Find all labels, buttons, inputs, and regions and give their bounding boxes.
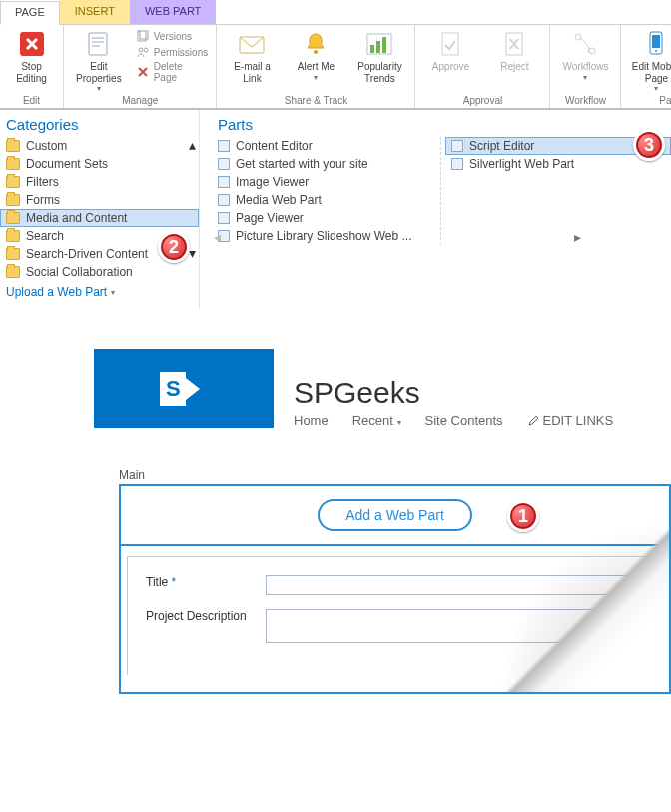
approve-icon	[435, 29, 465, 59]
tab-page[interactable]: PAGE	[0, 1, 60, 25]
pencil-icon	[527, 415, 539, 427]
folder-icon	[6, 140, 20, 152]
webpart-icon	[451, 158, 463, 170]
approve-button[interactable]: Approve	[423, 29, 477, 73]
parts-title: Parts	[212, 110, 671, 137]
part-label: Content Editor	[236, 139, 313, 153]
workflow-icon	[570, 29, 600, 59]
edit-properties-button[interactable]: Edit Properties ▾	[72, 29, 126, 93]
part-item[interactable]: Image Viewer	[212, 173, 436, 191]
email-link-button[interactable]: E-mail a Link	[225, 29, 279, 84]
tab-webpart[interactable]: WEB PART	[130, 0, 216, 24]
delete-page-button[interactable]: Delete Page	[136, 61, 209, 83]
webpart-icon	[218, 212, 230, 224]
delete-icon	[136, 65, 150, 79]
mail-icon	[237, 29, 267, 59]
versions-label: Versions	[154, 31, 192, 42]
workflows-button[interactable]: Workflows ▾	[558, 29, 612, 82]
workflows-label: Workflows	[563, 61, 609, 73]
badge-3: 3	[633, 129, 665, 161]
parts-prev-icon[interactable]: ◂	[212, 225, 223, 249]
group-label-approval: Approval	[423, 95, 541, 106]
permissions-button[interactable]: Permissions	[136, 45, 209, 59]
permissions-icon	[136, 45, 150, 59]
chevron-down-icon: ▾	[314, 73, 318, 82]
categories-column: Categories CustomDocument SetsFiltersFor…	[0, 110, 200, 309]
edit-mobile-page-button[interactable]: Edit Mobile Page ▾	[629, 29, 671, 93]
zone-label: Main	[119, 468, 671, 482]
category-label: Search-Driven Content	[26, 247, 148, 261]
ribbon-tabs: PAGE INSERT WEB PART	[0, 0, 671, 25]
part-item[interactable]: Picture Library Slideshow Web ...	[212, 227, 436, 245]
nav-recent[interactable]: Recent ▾	[352, 413, 401, 428]
svg-text:S: S	[166, 376, 181, 401]
category-label: Social Collaboration	[26, 265, 133, 279]
webpart-picker: Categories CustomDocument SetsFiltersFor…	[0, 110, 671, 309]
group-label-pageactions: Page Actions	[629, 95, 671, 106]
popularity-label: Popularity Trends	[352, 61, 406, 84]
part-item[interactable]: Page Viewer	[212, 209, 436, 227]
bell-icon	[301, 29, 331, 59]
scroll-up-icon[interactable]: ▴	[189, 137, 196, 153]
part-label: Script Editor	[469, 139, 534, 153]
versions-icon	[136, 29, 150, 43]
category-item[interactable]: Forms	[0, 191, 199, 209]
site-header: S SPGeeks Home Recent ▾ Site Contents ED…	[0, 349, 671, 428]
site-title: SPGeeks	[294, 376, 613, 409]
reject-button[interactable]: Reject	[487, 29, 541, 73]
reject-label: Reject	[500, 61, 528, 73]
folder-icon	[6, 158, 20, 170]
category-item[interactable]: Media and Content	[0, 209, 199, 227]
tab-insert[interactable]: INSERT	[60, 0, 130, 24]
svg-point-10	[314, 50, 318, 54]
title-input[interactable]	[266, 575, 640, 595]
category-label: Forms	[26, 193, 60, 207]
webpart-icon	[218, 176, 230, 188]
add-webpart-button[interactable]: Add a Web Part	[318, 499, 472, 531]
nav-edit-links[interactable]: EDIT LINKS	[527, 413, 614, 428]
svg-rect-13	[382, 37, 386, 53]
upload-webpart-link[interactable]: Upload a Web Part ▾	[0, 281, 199, 303]
category-item[interactable]: Document Sets	[0, 155, 199, 173]
badge-1: 1	[507, 500, 539, 532]
part-item[interactable]: Silverlight Web Part	[445, 155, 671, 173]
part-label: Image Viewer	[236, 175, 309, 189]
popularity-trends-button[interactable]: Popularity Trends	[352, 29, 406, 84]
trends-icon	[364, 29, 394, 59]
nav-site-contents[interactable]: Site Contents	[425, 413, 503, 428]
folder-icon	[6, 266, 20, 278]
field-label-desc: Project Description	[146, 609, 266, 623]
description-input[interactable]	[266, 609, 640, 643]
part-label: Silverlight Web Part	[469, 157, 574, 171]
group-label-workflow: Workflow	[558, 95, 612, 106]
group-label-edit: Edit	[8, 95, 55, 106]
svg-rect-20	[652, 35, 660, 48]
svg-rect-1	[89, 33, 107, 55]
stop-editing-button[interactable]: Stop Editing	[8, 29, 55, 84]
part-item[interactable]: Get started with your site	[212, 155, 436, 173]
category-label: Document Sets	[26, 157, 108, 171]
category-item[interactable]: Filters	[0, 173, 199, 191]
ribbon-group-edit: Stop Editing Edit	[0, 25, 64, 108]
category-item[interactable]: Social Collaboration	[0, 263, 199, 281]
ribbon-commands: Stop Editing Edit Edit Properties ▾ Vers…	[0, 25, 671, 110]
alert-me-button[interactable]: Alert Me ▾	[289, 29, 342, 82]
ribbon-group-pageactions: Edit Mobile Page ▾ Make Homepage Page Ac…	[621, 25, 671, 108]
upload-webpart-label: Upload a Web Part	[6, 285, 107, 299]
versions-button[interactable]: Versions	[136, 29, 209, 43]
nav-edit-links-label: EDIT LINKS	[543, 413, 614, 428]
folder-icon	[6, 230, 20, 242]
parts-next-icon[interactable]: ▸	[572, 225, 583, 249]
email-link-label: E-mail a Link	[225, 61, 279, 84]
field-label-title: Title *	[146, 575, 266, 589]
reject-icon	[499, 29, 529, 59]
stop-editing-label: Stop Editing	[8, 61, 55, 84]
category-item[interactable]: Custom	[0, 137, 199, 155]
part-item[interactable]: Content Editor	[212, 137, 436, 155]
edit-mobile-label: Edit Mobile Page	[629, 61, 671, 84]
folder-icon	[6, 248, 20, 260]
nav-home[interactable]: Home	[294, 413, 329, 428]
part-item[interactable]: Media Web Part	[212, 191, 436, 209]
site-logo: S	[94, 349, 274, 428]
chevron-down-icon: ▾	[97, 84, 101, 93]
